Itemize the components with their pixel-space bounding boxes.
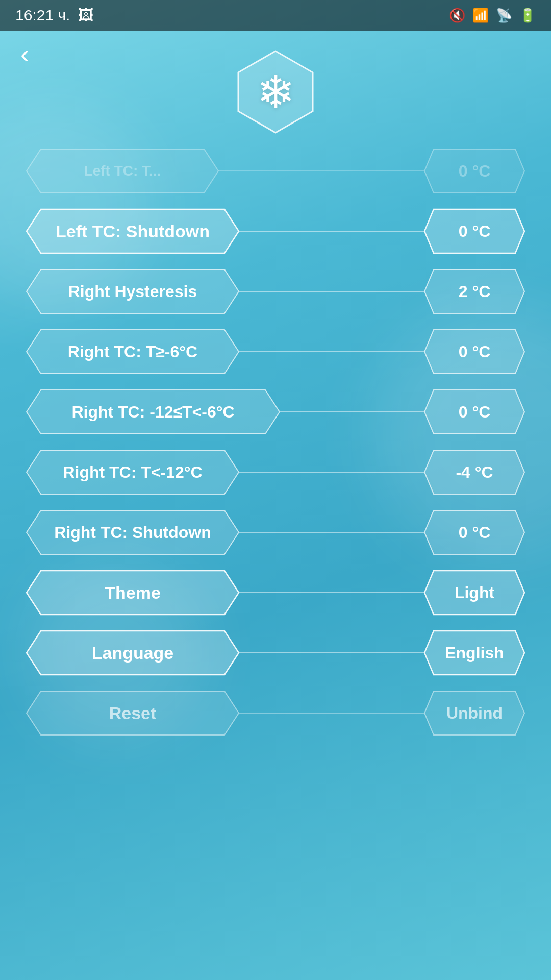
partial-top-row: Left TC: T... 0 °C bbox=[26, 148, 525, 194]
wifi-icon: 📶 bbox=[472, 8, 489, 23]
mute-icon: 🔇 bbox=[449, 8, 465, 23]
right-tc-minus12-to-minus6-value: 0 °C bbox=[459, 403, 491, 422]
reset-label: Reset bbox=[89, 703, 177, 723]
right-tc-minus12-to-minus6-label: Right TC: -12≤T<-6°C bbox=[51, 403, 255, 422]
partial-value-text: 0 °C bbox=[459, 162, 491, 181]
bottom-partial-row[interactable]: Reset Unbind bbox=[26, 690, 525, 736]
right-tc-shutdown-value: 0 °C bbox=[459, 523, 491, 542]
setting-row-right-tc-t-ge-minus6[interactable]: Right TC: T≥-6°C 0 °C bbox=[26, 329, 525, 375]
right-hysteresis-value: 2 °C bbox=[459, 282, 491, 301]
right-tc-shutdown-label: Right TC: Shutdown bbox=[34, 523, 231, 542]
settings-list: Left TC: T... 0 °C Left TC: Shutdown 0 bbox=[0, 148, 551, 736]
theme-value: Light bbox=[455, 583, 494, 602]
right-tc-t-lt-minus12-value: -4 °C bbox=[456, 463, 493, 482]
theme-label: Theme bbox=[84, 583, 181, 603]
right-tc-t-lt-minus12-label: Right TC: T<-12°C bbox=[42, 463, 222, 482]
setting-row-theme[interactable]: Theme Light bbox=[26, 570, 525, 616]
battery-icon: 🔋 bbox=[519, 8, 536, 23]
snowflake-icon: ❄ bbox=[257, 65, 295, 119]
left-tc-shutdown-value: 0 °C bbox=[459, 222, 491, 241]
language-label: Language bbox=[71, 643, 194, 663]
left-tc-shutdown-label: Left TC: Shutdown bbox=[35, 222, 230, 241]
back-button[interactable]: ‹ bbox=[20, 41, 29, 67]
setting-row-right-tc-shutdown[interactable]: Right TC: Shutdown 0 °C bbox=[26, 509, 525, 555]
status-time: 16:21 ч. bbox=[15, 7, 70, 24]
setting-row-right-tc-t-lt-minus12[interactable]: Right TC: T<-12°C -4 °C bbox=[26, 449, 525, 495]
app-logo: ❄ bbox=[0, 46, 551, 138]
signal-icon: 📡 bbox=[496, 8, 512, 23]
gallery-icon: 🖼 bbox=[78, 7, 93, 24]
right-tc-t-ge-minus6-value: 0 °C bbox=[459, 342, 491, 361]
right-tc-t-ge-minus6-label: Right TC: T≥-6°C bbox=[47, 342, 218, 361]
setting-row-right-tc-minus12-to-minus6[interactable]: Right TC: -12≤T<-6°C 0 °C bbox=[26, 389, 525, 435]
setting-row-language[interactable]: Language English bbox=[26, 630, 525, 676]
setting-row-right-hysteresis[interactable]: Right Hysteresis 2 °C bbox=[26, 268, 525, 314]
unbind-value: Unbind bbox=[446, 704, 503, 723]
language-value: English bbox=[445, 644, 504, 663]
setting-row-left-tc-shutdown[interactable]: Left TC: Shutdown 0 °C bbox=[26, 208, 525, 254]
status-bar: 16:21 ч. 🖼 🔇 📶 📡 🔋 bbox=[0, 0, 551, 31]
partial-label-text: Left TC: T... bbox=[64, 163, 182, 179]
right-hysteresis-label: Right Hysteresis bbox=[48, 282, 218, 301]
